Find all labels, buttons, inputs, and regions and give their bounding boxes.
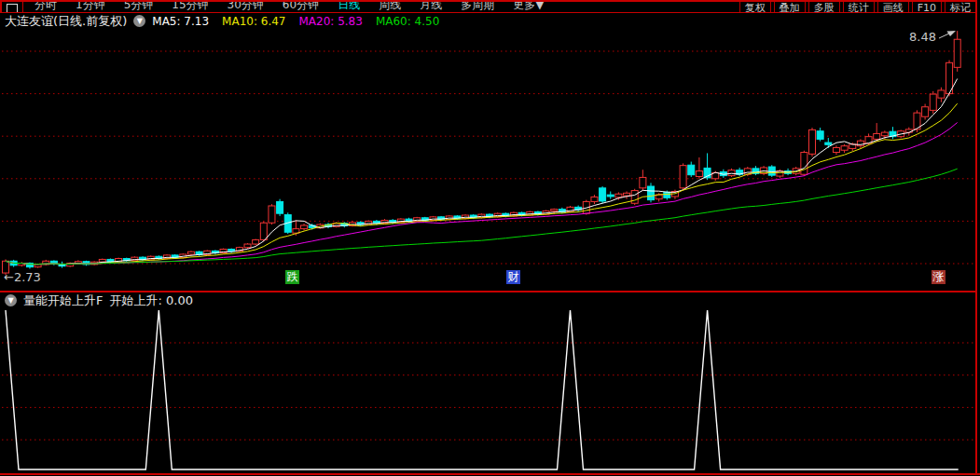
main-candlestick-chart[interactable]: ←2.738.48 xyxy=(0,0,976,292)
window-bottom-border xyxy=(0,473,980,475)
chevron-down-circle-icon[interactable]: ▼ xyxy=(5,294,17,306)
high-price-marker: 8.48 xyxy=(909,30,936,44)
indicator-panel-header: ▼ 量能开始上升F 开始上升: 0.00 xyxy=(5,293,193,307)
ma-label-2: MA20: 5.83 xyxy=(298,15,362,28)
indicator-chart[interactable] xyxy=(0,292,976,473)
window-right-border xyxy=(975,0,977,474)
main-panel-header: 大连友谊(日线.前复权) ▼ MA5: 7.13MA10: 6.47MA20: … xyxy=(5,14,439,28)
stock-app-window: 分时1分钟5分钟15分钟30分钟60分钟日线周线月线多周期更多▼ 复权叠加多股统… xyxy=(0,0,980,476)
ma-value-labels: MA5: 7.13MA10: 6.47MA20: 5.83MA60: 4.50 xyxy=(152,15,439,28)
ticker-badge-2[interactable]: 涨 xyxy=(932,270,945,284)
ma-label-1: MA10: 6.47 xyxy=(222,15,285,28)
ma-label-0: MA5: 7.13 xyxy=(152,15,209,28)
page-title: 大连友谊(日线.前复权) xyxy=(5,13,127,30)
chevron-down-circle-icon[interactable]: ▼ xyxy=(133,15,145,27)
low-price-marker: ←2.73 xyxy=(4,270,41,284)
indicator-value: 开始上升: 0.00 xyxy=(109,292,192,309)
ticker-badge-1[interactable]: 财 xyxy=(506,270,520,284)
ma-label-3: MA60: 4.50 xyxy=(376,15,439,28)
ticker-badge-0[interactable]: 跌 xyxy=(285,270,299,284)
indicator-title: 量能开始上升F xyxy=(23,292,103,309)
